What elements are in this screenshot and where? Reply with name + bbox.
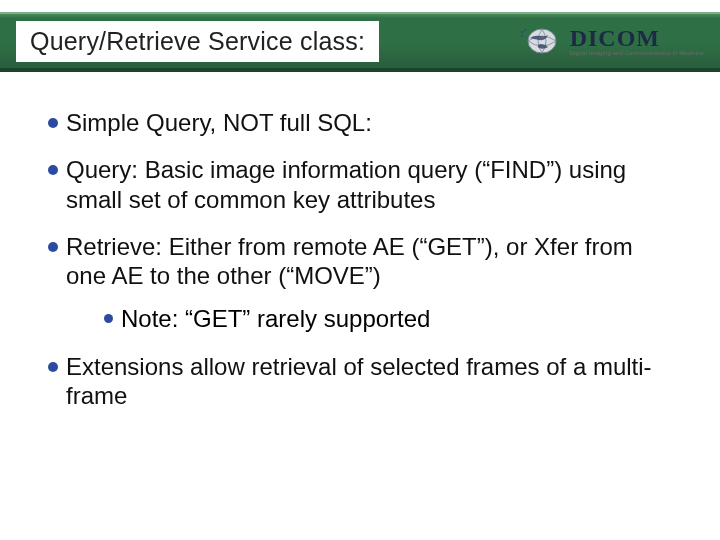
bullet-item: Simple Query, NOT full SQL: (48, 108, 676, 137)
bullet-item: Retrieve: Either from remote AE (“GET”),… (48, 232, 676, 291)
bullet-item: Query: Basic image information query (“F… (48, 155, 676, 214)
svg-point-0 (528, 29, 556, 53)
logo-name: DICOM (570, 26, 704, 50)
slide-title-text: Query/Retrieve Service class: (30, 27, 365, 55)
bullet-text: Simple Query, NOT full SQL: (66, 108, 676, 137)
logo-text: DICOM Digital Imaging and Communications… (570, 26, 704, 56)
header-band: Query/Retrieve Service class: DICOM Digi… (0, 12, 720, 72)
bullet-text: Query: Basic image information query (“F… (66, 155, 676, 214)
slide-title: Query/Retrieve Service class: (16, 21, 379, 62)
bullet-text: Extensions allow retrieval of selected f… (66, 352, 676, 411)
logo-tagline: Digital Imaging and Communications in Me… (570, 50, 704, 56)
bullet-item: Extensions allow retrieval of selected f… (48, 352, 676, 411)
bullet-dot-icon (48, 165, 58, 175)
slide: Query/Retrieve Service class: DICOM Digi… (0, 0, 720, 540)
bullet-dot-icon (48, 242, 58, 252)
globe-icon (520, 26, 564, 56)
bullet-dot-icon (104, 314, 113, 323)
bullet-dot-icon (48, 118, 58, 128)
content-area: Simple Query, NOT full SQL: Query: Basic… (48, 108, 676, 428)
bullet-text: Retrieve: Either from remote AE (“GET”),… (66, 232, 676, 291)
svg-rect-2 (524, 29, 526, 31)
dicom-logo: DICOM Digital Imaging and Communications… (520, 26, 704, 56)
sub-bullet-text: Note: “GET” rarely supported (121, 304, 430, 333)
svg-rect-1 (521, 31, 523, 33)
sub-bullet-item: Note: “GET” rarely supported (104, 304, 676, 333)
bullet-dot-icon (48, 362, 58, 372)
svg-rect-3 (521, 35, 523, 37)
